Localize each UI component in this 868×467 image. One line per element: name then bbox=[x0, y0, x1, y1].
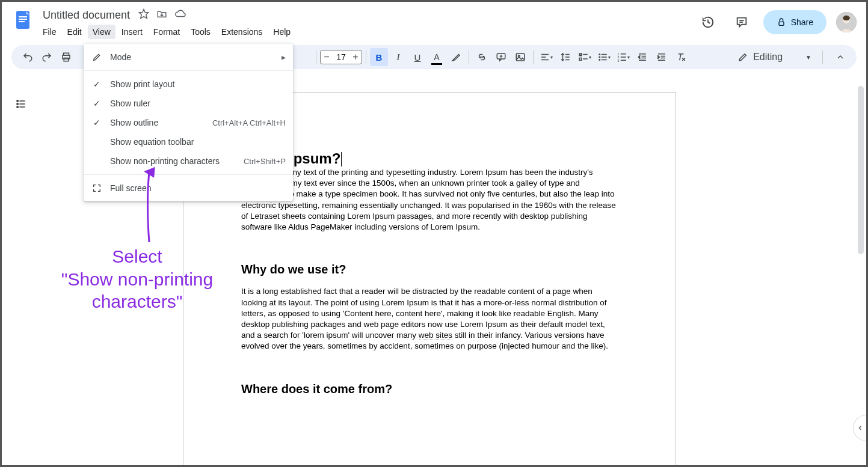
history-icon[interactable] bbox=[696, 10, 720, 34]
check-icon: ✓ bbox=[91, 99, 103, 108]
check-icon: ✓ bbox=[91, 118, 103, 127]
font-size-input[interactable] bbox=[333, 52, 349, 62]
heading-2[interactable]: Why do we use it? bbox=[241, 263, 618, 276]
decrease-indent-button[interactable] bbox=[633, 48, 651, 66]
svg-point-29 bbox=[599, 56, 600, 58]
caret-down-icon: ▼ bbox=[805, 54, 811, 61]
separator bbox=[366, 50, 366, 64]
insert-image-button[interactable] bbox=[511, 48, 529, 66]
menu-item-label: Full screen bbox=[110, 183, 286, 193]
menu-item-label: Show non-printing characters bbox=[110, 156, 236, 166]
menu-item-shortcut: Ctrl+Alt+A Ctrl+Alt+H bbox=[212, 118, 286, 127]
menu-separator bbox=[84, 70, 293, 71]
svg-rect-32 bbox=[602, 56, 607, 58]
menu-item-label: Show print layout bbox=[110, 79, 286, 89]
heading-2[interactable]: Where does it come from? bbox=[241, 382, 618, 396]
checklist-button[interactable]: ▾ bbox=[576, 48, 594, 66]
align-button[interactable]: ▾ bbox=[537, 48, 555, 66]
comments-icon[interactable] bbox=[730, 10, 754, 34]
increase-indent-button[interactable] bbox=[653, 48, 671, 66]
svg-point-28 bbox=[599, 53, 600, 55]
outline-toggle-button[interactable] bbox=[12, 95, 30, 113]
menu-item-show-non-printing-characters[interactable]: Show non-printing characters Ctrl+Shift+… bbox=[84, 151, 293, 171]
print-button[interactable] bbox=[57, 48, 75, 66]
text-color-button[interactable]: A bbox=[428, 48, 446, 66]
menu-item-label: Show equation toolbar bbox=[110, 137, 286, 147]
chevron-right-icon: ▸ bbox=[282, 52, 286, 62]
insert-link-button[interactable] bbox=[473, 48, 491, 66]
move-icon[interactable] bbox=[156, 8, 167, 22]
collapse-toolbar-button[interactable] bbox=[831, 48, 849, 66]
font-size-decrease[interactable]: − bbox=[321, 52, 333, 63]
menubar: File Edit View Insert Format Tools Exten… bbox=[38, 23, 696, 40]
menu-file[interactable]: File bbox=[38, 25, 61, 39]
view-menu-dropdown: Mode ▸ ✓ Show print layout ✓ Show ruler … bbox=[84, 44, 293, 201]
menu-edit[interactable]: Edit bbox=[63, 25, 87, 39]
numbered-list-button[interactable]: 123▾ bbox=[614, 48, 632, 66]
font-size-control: − + bbox=[320, 50, 362, 64]
star-icon[interactable] bbox=[138, 8, 149, 22]
menu-item-label: Show ruler bbox=[110, 99, 286, 108]
menu-view[interactable]: View bbox=[88, 25, 115, 39]
menu-help[interactable]: Help bbox=[268, 25, 295, 39]
svg-rect-1 bbox=[19, 16, 27, 17]
svg-rect-16 bbox=[516, 53, 525, 61]
paragraph[interactable]: is simply dummy text of the printing and… bbox=[241, 167, 618, 233]
menu-item-show-equation-toolbar[interactable]: Show equation toolbar bbox=[84, 132, 293, 151]
menu-tools[interactable]: Tools bbox=[186, 25, 215, 39]
share-label: Share bbox=[791, 17, 813, 27]
menu-item-label: Show outline bbox=[110, 118, 205, 127]
bold-button[interactable]: B bbox=[370, 48, 388, 66]
docs-logo[interactable] bbox=[11, 8, 35, 32]
menu-insert[interactable]: Insert bbox=[117, 25, 147, 39]
editing-mode-button[interactable]: Editing ▼ bbox=[730, 48, 819, 66]
menu-extensions[interactable]: Extensions bbox=[217, 25, 267, 39]
redo-button[interactable] bbox=[38, 48, 56, 66]
insert-comment-button[interactable] bbox=[492, 48, 510, 66]
text-cursor bbox=[341, 152, 342, 166]
svg-point-48 bbox=[16, 100, 18, 102]
cloud-status-icon[interactable] bbox=[174, 8, 186, 22]
scrollbar-thumb[interactable] bbox=[858, 86, 864, 254]
pencil-icon bbox=[91, 52, 103, 62]
font-size-increase[interactable]: + bbox=[349, 52, 362, 63]
svg-rect-31 bbox=[602, 54, 607, 55]
menu-item-full-screen[interactable]: Full screen bbox=[84, 179, 293, 198]
svg-rect-33 bbox=[602, 60, 607, 61]
separator bbox=[822, 50, 823, 64]
menu-item-show-outline[interactable]: ✓ Show outline Ctrl+Alt+A Ctrl+Alt+H bbox=[84, 113, 293, 132]
lock-icon bbox=[777, 17, 786, 27]
avatar[interactable] bbox=[836, 12, 857, 32]
highlight-button[interactable] bbox=[447, 48, 465, 66]
separator bbox=[316, 50, 316, 64]
paragraph[interactable]: It is a long established fact that a rea… bbox=[241, 286, 618, 352]
svg-rect-26 bbox=[579, 58, 582, 61]
pencil-icon bbox=[737, 52, 748, 63]
vertical-scrollbar[interactable] bbox=[857, 86, 865, 463]
svg-text:3: 3 bbox=[618, 59, 620, 63]
share-button[interactable]: Share bbox=[763, 10, 826, 34]
svg-point-30 bbox=[599, 59, 600, 61]
check-icon: ✓ bbox=[91, 79, 103, 89]
fullscreen-icon bbox=[91, 183, 103, 193]
italic-button[interactable]: I bbox=[389, 48, 407, 66]
menu-item-show-ruler[interactable]: ✓ Show ruler bbox=[84, 94, 293, 113]
spellcheck-squiggle[interactable]: web sites bbox=[419, 331, 452, 340]
separator bbox=[469, 50, 469, 64]
menu-format[interactable]: Format bbox=[149, 25, 185, 39]
editing-mode-label: Editing bbox=[753, 52, 783, 63]
document-title[interactable]: Untitled document bbox=[40, 8, 132, 23]
menu-item-label: Mode bbox=[110, 52, 274, 62]
app-header: Untitled document File Edit View Insert … bbox=[2, 2, 866, 40]
menu-item-mode[interactable]: Mode ▸ bbox=[84, 47, 293, 67]
line-spacing-button[interactable] bbox=[556, 48, 574, 66]
menu-item-show-print-layout[interactable]: ✓ Show print layout bbox=[84, 75, 293, 94]
menu-separator bbox=[84, 174, 293, 175]
bulleted-list-button[interactable]: ▾ bbox=[595, 48, 613, 66]
svg-rect-2 bbox=[19, 19, 27, 20]
title-area: Untitled document File Edit View Insert … bbox=[40, 7, 696, 40]
svg-marker-4 bbox=[140, 10, 149, 19]
clear-formatting-button[interactable] bbox=[672, 48, 690, 66]
underline-button[interactable]: U bbox=[408, 48, 426, 66]
undo-button[interactable] bbox=[19, 48, 37, 66]
